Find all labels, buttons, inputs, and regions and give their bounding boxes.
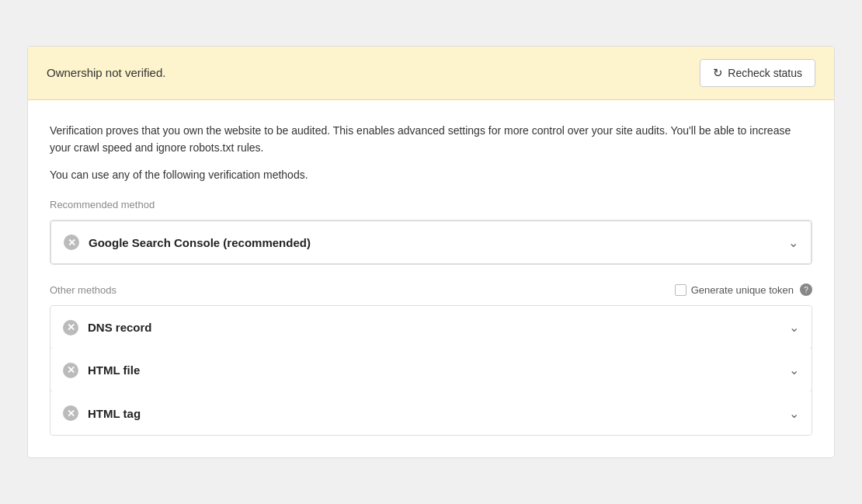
recommended-method-wrapper: ✕ Google Search Console (recommended) ⌄: [50, 220, 812, 265]
token-section: Generate unique token ?: [675, 283, 812, 296]
method-left: ✕ DNS record: [63, 320, 152, 335]
google-search-console-label: Google Search Console (recommended): [89, 236, 311, 249]
close-icon: ✕: [63, 363, 78, 378]
main-card: Ownership not verified. ↻ Recheck status…: [27, 46, 835, 458]
banner-text: Ownership not verified.: [47, 66, 165, 79]
recheck-status-button[interactable]: ↻ Recheck status: [700, 59, 815, 87]
content-area: Verification proves that you own the web…: [28, 100, 834, 457]
method-left: ✕ HTML file: [63, 363, 140, 378]
ownership-banner: Ownership not verified. ↻ Recheck status: [28, 47, 834, 100]
other-methods-header: Other methods Generate unique token ?: [50, 283, 812, 296]
dns-record-item[interactable]: ✕ DNS record ⌄: [50, 306, 812, 349]
token-label: Generate unique token: [691, 284, 794, 296]
close-icon: ✕: [64, 235, 79, 250]
close-icon: ✕: [63, 405, 78, 421]
chevron-down-icon: ⌄: [789, 406, 799, 421]
recommended-label: Recommended method: [50, 199, 812, 210]
refresh-icon: ↻: [713, 66, 723, 80]
dns-record-label: DNS record: [88, 321, 152, 334]
chevron-down-icon: ⌄: [788, 235, 798, 250]
generate-token-checkbox[interactable]: [675, 284, 686, 296]
recheck-label: Recheck status: [728, 67, 802, 79]
html-tag-item[interactable]: ✕ HTML tag ⌄: [50, 391, 812, 435]
google-search-console-item[interactable]: ✕ Google Search Console (recommended) ⌄: [50, 221, 812, 264]
generate-token-checkbox-wrapper[interactable]: Generate unique token: [675, 284, 794, 296]
chevron-down-icon: ⌄: [789, 363, 799, 377]
method-left: ✕ HTML tag: [63, 405, 141, 421]
help-icon[interactable]: ?: [800, 283, 812, 296]
description-line1: Verification proves that you own the web…: [50, 122, 812, 157]
html-tag-label: HTML tag: [88, 407, 141, 420]
html-file-item[interactable]: ✕ HTML file ⌄: [50, 349, 812, 392]
html-file-label: HTML file: [88, 363, 140, 377]
close-icon: ✕: [63, 320, 78, 335]
method-left: ✕ Google Search Console (recommended): [64, 235, 311, 250]
other-methods-wrapper: ✕ DNS record ⌄ ✕ HTML file ⌄ ✕ HTML tag …: [50, 305, 812, 436]
chevron-down-icon: ⌄: [789, 320, 799, 335]
description-line2: You can use any of the following verific…: [50, 166, 812, 183]
other-methods-label: Other methods: [50, 284, 116, 296]
